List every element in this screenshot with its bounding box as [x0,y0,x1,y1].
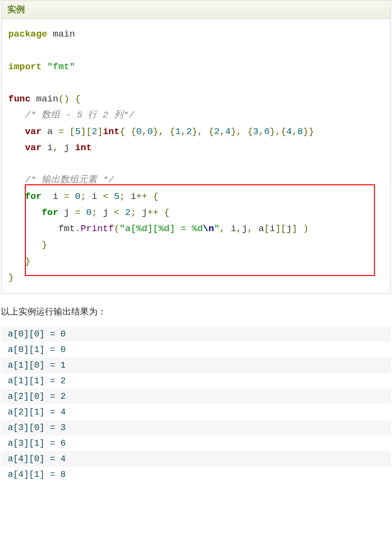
pc2: , [236,223,242,234]
fmt-str1: "a[%d][%d] = %d [119,223,203,234]
n2: 2 [92,126,97,137]
for2-sc2: ; [131,207,136,218]
close-main: } [8,272,14,283]
output-line: a[3][1] = 6 [1,435,391,451]
cb5: }} [303,126,314,137]
v11: 2 [186,126,192,137]
arg-a: a [253,223,264,234]
for-sp [69,191,75,202]
v21: 4 [225,126,231,137]
v01: 0 [147,126,153,137]
fmt-ident: fmt [59,223,75,234]
ident-a: a [41,126,58,137]
for-i3: i [125,191,137,202]
for-sc: ; [80,191,86,202]
paren-main: () [59,94,70,104]
ident-j: j [59,142,75,153]
cb2: }, { [192,126,214,137]
c4: , [258,126,264,137]
v20: 2 [214,126,219,137]
ident-i: i [41,142,53,153]
for2-sp [80,207,86,218]
output-line: a[1][0] = 1 [1,357,391,373]
v31: 6 [264,126,270,137]
for-i: i [41,191,64,202]
for-i2: i [86,191,103,202]
kw-func: func [8,94,31,104]
output-line: a[2][1] = 4 [1,404,391,420]
for-lt: < [103,191,108,202]
type-int: int [103,126,119,137]
type-int2: int [75,142,92,153]
kw-package: package [8,29,47,39]
comment-2: /* 输出数组元素 */ [25,175,114,185]
cb3: }, { [231,126,253,137]
ob: { { [119,126,136,137]
for2-sc: ; [92,207,97,218]
output-line: a[4][1] = 8 [1,467,391,482]
cb1: }, { [153,126,176,137]
eq1: = [59,126,64,137]
for-sc2: ; [119,191,125,202]
close-outer-for: } [25,256,30,267]
ab3: ] ) [292,223,309,234]
b1: [ [69,126,75,137]
output-line: a[1][1] = 2 [1,373,391,389]
ai: i [270,223,275,234]
output-block: a[0][0] = 0 a[0][1] = 0 a[1][0] = 1 a[1]… [1,326,391,482]
for-0: 0 [75,191,80,202]
brace-open-main: { [69,94,80,104]
comma-ij: , [53,142,58,153]
for-pp: ++ { [136,191,158,202]
pc1: , [219,223,225,234]
output-line: a[2][0] = 2 [1,389,391,404]
c3: , [219,126,225,137]
v41: 8 [297,126,303,137]
for2-j3: j [136,207,147,218]
sp1 [64,126,69,137]
ident-main2: main [31,94,59,104]
ab2: ][ [275,223,286,234]
cb4: },{ [270,126,286,137]
arg-i: i [225,223,236,234]
c1: , [142,126,147,137]
ab1: [ [264,223,270,234]
kw-var2: var [25,142,41,153]
result-label: 以上实例运行输出结果为： [1,306,392,317]
for-5: 5 [114,191,119,202]
for-eq: = [64,191,69,202]
for2-eq: = [75,207,80,218]
for2-2: 2 [125,207,131,218]
b2: ][ [80,126,92,137]
for2-0: 0 [86,207,92,218]
ident-main: main [47,29,75,39]
aj: j [286,223,292,234]
v30: 3 [253,126,258,137]
kw-import: import [8,61,41,72]
kw-for2: for [41,207,58,218]
code-block: package main import "fmt" func main() { … [4,21,388,291]
printf: Printf [80,223,114,234]
output-line: a[0][0] = 0 [1,326,391,342]
example-header: 实例 [1,0,391,19]
b3: ] [98,126,103,137]
kw-var1: var [25,126,41,137]
n5: 5 [75,126,80,137]
fmt-esc: \n [203,223,214,234]
v10: 1 [175,126,180,137]
example-container: 实例 package main import "fmt" func main()… [1,0,391,294]
output-line: a[3][0] = 3 [1,420,391,435]
pc3: , [247,223,253,234]
for-sp2 [108,191,114,202]
close-inner-for: } [41,239,47,250]
for2-j: j [59,207,75,218]
v40: 4 [286,126,292,137]
output-line: a[0][1] = 0 [1,342,391,357]
v00: 0 [136,126,141,137]
for2-sp2 [119,207,125,218]
c2: , [181,126,186,137]
op-paren: ( [114,223,119,234]
for2-lt: < [114,207,119,218]
for2-j2: j [97,207,114,218]
output-line: a[4][0] = 4 [1,451,391,467]
